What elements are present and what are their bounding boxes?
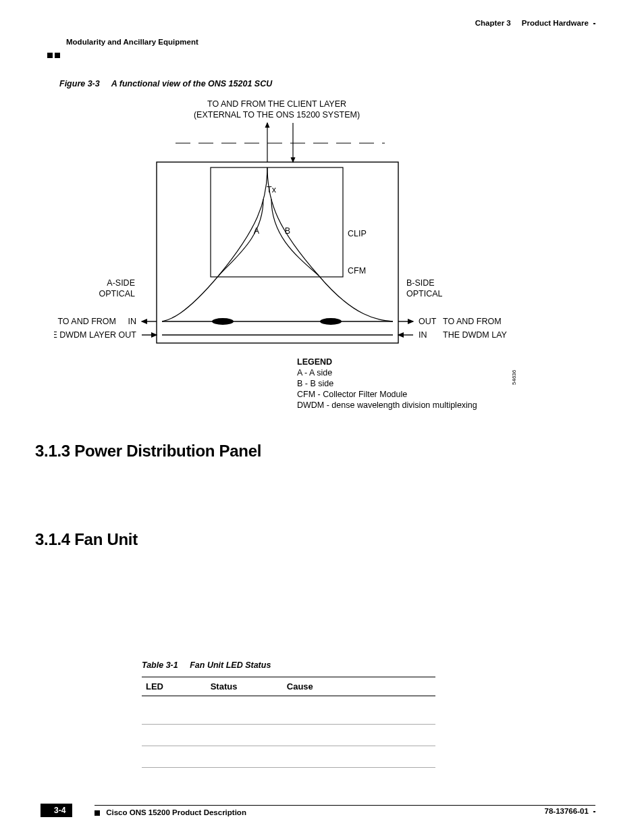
fig-legend-cfm: CFM - Collector Filter Module [297,390,407,399]
fig-legend-dwdm: DWDM - dense wavelength division multipl… [297,400,477,410]
table-cell [207,725,283,746]
chapter-label: Chapter 3 [475,19,511,27]
svg-point-6 [212,318,234,325]
table-cell [207,696,283,725]
fig-b-to2: THE DWDM LAY [443,330,508,340]
section-heading: 3.1.4 Fan Unit [35,530,138,549]
figure-caption: Figure 3-3 A functional view of the ONS … [59,79,272,88]
fig-a-in: IN [128,317,137,326]
section-heading: 3.1.3 Power Distribution Panel [35,442,261,461]
fig-a-out: OUT [119,330,137,340]
th-cause: Cause [283,677,435,696]
fig-legend-b: B - B side [297,379,333,388]
fig-clip-label: CLIP [348,229,367,238]
page-number: 3-4 [41,804,72,817]
fig-legend-title: LEGEND [297,357,332,367]
fig-a-to1: TO AND FROM [57,317,116,326]
th-status: Status [207,677,283,696]
fig-top-line1: TO AND FROM THE CLIENT LAYER [207,99,346,109]
fig-a-to2: THE DWDM LAYER [54,330,116,340]
fig-b-side2: OPTICAL [406,289,443,298]
header-right: Chapter 3 Product Hardware [475,19,595,27]
fig-b-to1: TO AND FROM [443,317,502,326]
fig-b-in: IN [419,330,427,340]
fig-cfm-label: CFM [348,266,366,276]
footer-rule [95,805,595,806]
doc-number: 78-13766-01 [545,807,595,815]
chapter-title: Product Hardware [522,19,589,27]
fig-a-side2: OPTICAL [99,289,136,298]
table-caption: Table 3-1 Fan Unit LED Status [142,660,435,677]
fig-number-stamp: 54636 [511,369,517,385]
fig-b-side1: B-SIDE [406,278,435,288]
table-3-1: Table 3-1 Fan Unit LED Status LED Status… [142,660,435,768]
table-cell [142,725,207,746]
svg-point-7 [320,318,342,325]
svg-rect-2 [157,162,398,343]
section-3-1-3: 3.1.3 Power Distribution Panel [35,442,261,461]
table-cell [207,746,283,768]
table-header-row: LED Status Cause [142,677,435,696]
figure-diagram: TO AND FROM THE CLIENT LAYER (EXTERNAL T… [54,95,527,427]
table-cell [142,746,207,768]
fig-legend-a: A - A side [297,368,332,377]
table-cell [142,696,207,725]
table-row [142,725,435,746]
header-section-title: Modularity and Ancillary Equipment [66,38,198,46]
fig-top-line2: (EXTERNAL TO THE ONS 15200 SYSTEM) [194,110,360,120]
table-row [142,696,435,725]
fig-a-label: A [254,226,260,236]
footer-book-title: Cisco ONS 15200 Product Description [95,808,595,816]
th-led: LED [142,677,207,696]
table-cell [283,696,435,725]
fig-tx-label: Tx [267,185,277,194]
fig-a-side1: A-SIDE [107,278,135,288]
footer-gutter-block [95,810,100,816]
table-cell [283,725,435,746]
running-header: Chapter 3 Product Hardware Modularity an… [47,19,595,47]
docnum-rule [593,811,595,812]
table-label: Table 3-1 [142,660,188,670]
table-cell [283,746,435,768]
section-3-1-4: 3.1.4 Fan Unit [35,530,138,549]
led-status-table: LED Status Cause [142,677,435,768]
table-row [142,746,435,768]
header-rule-right [593,23,595,24]
header-gutter-blocks [47,53,61,58]
figure-label: Figure 3-3 [59,79,109,88]
fig-b-label: B [285,226,290,236]
fig-b-out: OUT [419,317,437,326]
table-title: Fan Unit LED Status [190,660,271,670]
running-footer: Cisco ONS 15200 Product Description 3-4 … [41,805,595,816]
figure-title: A functional view of the ONS 15201 SCU [111,79,272,88]
